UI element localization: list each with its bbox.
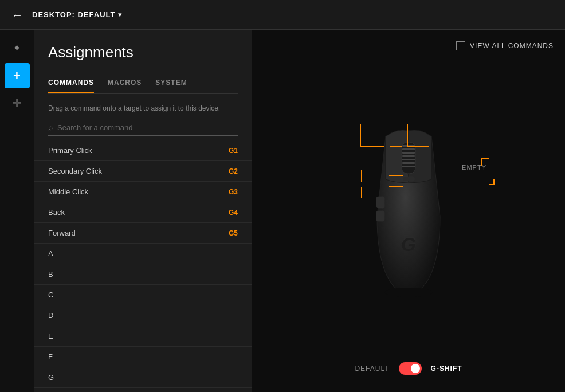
- command-item[interactable]: E: [34, 326, 252, 347]
- sidebar-item-assignments[interactable]: +: [5, 63, 30, 88]
- command-item[interactable]: Middle ClickG3: [34, 182, 252, 202]
- hotspot-scroll-wheel[interactable]: [390, 124, 402, 147]
- mouse-container: G G EMPTY: [323, 85, 495, 337]
- plus-icon: +: [13, 68, 21, 83]
- sidebar-item-move[interactable]: ✛: [5, 91, 30, 116]
- tab-system[interactable]: SYSTEM: [155, 73, 187, 93]
- command-name: A: [48, 249, 53, 258]
- svg-rect-4: [402, 155, 415, 157]
- command-item[interactable]: B: [34, 264, 252, 285]
- command-key: G3: [229, 188, 238, 196]
- assignments-panel: Assignments COMMANDS MACROS SYSTEM Drag …: [34, 30, 252, 392]
- search-input[interactable]: [57, 123, 238, 132]
- command-name: G: [48, 373, 54, 382]
- command-item[interactable]: H: [34, 388, 252, 392]
- svg-point-13: [384, 288, 433, 297]
- command-item[interactable]: ForwardG5: [34, 223, 252, 244]
- main-area: ✦ + ✛ Assignments COMMANDS MACROS SYSTEM…: [0, 30, 565, 392]
- commands-list: Primary ClickG1Secondary ClickG2Middle C…: [34, 140, 252, 392]
- search-bar: ⌕: [48, 123, 238, 136]
- hotspot-side-button-forward[interactable]: [347, 187, 362, 198]
- device-footer: DEFAULT G-SHIFT: [355, 362, 462, 375]
- view-all-commands-button[interactable]: VIEW ALL COMMANDS: [456, 41, 554, 50]
- svg-rect-5: [402, 159, 415, 160]
- view-all-label: VIEW ALL COMMANDS: [470, 42, 554, 50]
- command-item[interactable]: C: [34, 285, 252, 305]
- command-item[interactable]: Secondary ClickG2: [34, 161, 252, 182]
- device-area: VIEW ALL COMMANDS: [252, 30, 565, 392]
- svg-text:G: G: [401, 233, 416, 255]
- search-icon: ⌕: [48, 123, 53, 132]
- command-name: Secondary Click: [48, 167, 102, 175]
- hotspot-left-button[interactable]: [360, 124, 384, 147]
- hotspot-dpi[interactable]: [389, 175, 403, 187]
- empty-bracket-br: [489, 179, 495, 185]
- svg-rect-3: [402, 152, 415, 154]
- tab-commands[interactable]: COMMANDS: [48, 73, 94, 93]
- svg-rect-9: [376, 197, 384, 208]
- command-name: Middle Click: [48, 187, 88, 196]
- sidebar-item-effects[interactable]: ✦: [5, 36, 30, 61]
- command-key: G1: [229, 147, 238, 155]
- command-name: F: [48, 352, 53, 361]
- footer-gshift-label: G-SHIFT: [431, 364, 462, 373]
- footer-default-label: DEFAULT: [355, 364, 389, 373]
- command-item[interactable]: D: [34, 305, 252, 326]
- sun-icon: ✦: [13, 42, 21, 54]
- command-name: E: [48, 332, 53, 340]
- command-key: G4: [229, 209, 238, 217]
- svg-rect-0: [402, 142, 415, 174]
- svg-rect-2: [402, 148, 415, 150]
- tabs-bar: COMMANDS MACROS SYSTEM: [48, 73, 238, 94]
- command-item[interactable]: BackG4: [34, 202, 252, 223]
- drag-hint: Drag a command onto a target to assign i…: [48, 103, 238, 113]
- gshift-toggle[interactable]: [399, 362, 422, 375]
- back-button[interactable]: ←: [11, 9, 23, 21]
- desktop-dropdown[interactable]: ▾: [118, 10, 122, 19]
- command-name: B: [48, 270, 53, 279]
- assignments-title: Assignments: [48, 44, 238, 61]
- svg-rect-8: [403, 177, 414, 181]
- assignments-header: Assignments COMMANDS MACROS SYSTEM: [34, 30, 252, 103]
- empty-label: EMPTY: [462, 164, 486, 171]
- command-name: Primary Click: [48, 146, 92, 155]
- top-bar: ← DESKTOP: Default ▾: [0, 0, 565, 30]
- command-key: G5: [229, 229, 238, 237]
- desktop-name: Default: [78, 10, 116, 19]
- command-item[interactable]: F: [34, 347, 252, 367]
- command-name: D: [48, 311, 53, 320]
- command-name: Back: [48, 208, 65, 217]
- svg-rect-10: [376, 211, 384, 221]
- view-all-checkbox[interactable]: [456, 41, 465, 50]
- desktop-prefix: DESKTOP:: [32, 10, 75, 19]
- desktop-label: DESKTOP: Default: [32, 10, 116, 19]
- sidebar-icons: ✦ + ✛: [0, 30, 34, 392]
- command-name: C: [48, 291, 53, 299]
- svg-rect-6: [402, 162, 415, 164]
- command-item[interactable]: A: [34, 244, 252, 264]
- command-name: Forward: [48, 229, 76, 237]
- hotspot-side-button-back[interactable]: [347, 170, 362, 182]
- command-key: G2: [229, 167, 238, 175]
- command-item[interactable]: G: [34, 367, 252, 388]
- hotspot-right-button[interactable]: [407, 124, 429, 147]
- tab-macros[interactable]: MACROS: [108, 73, 142, 93]
- command-item[interactable]: Primary ClickG1: [34, 140, 252, 161]
- move-icon: ✛: [13, 97, 21, 109]
- svg-rect-7: [402, 166, 415, 167]
